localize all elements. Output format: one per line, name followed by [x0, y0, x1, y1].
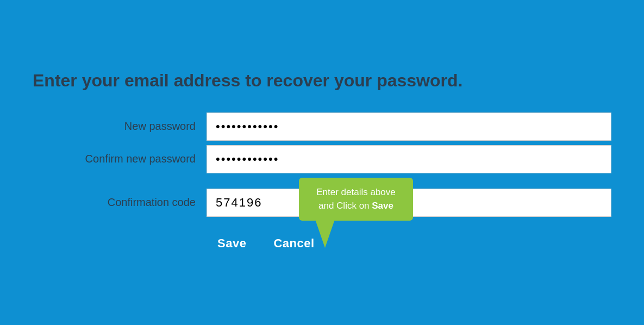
tooltip-text-line2: and Click on: [318, 201, 372, 211]
save-button[interactable]: Save: [207, 232, 257, 255]
save-cancel-group: Save Cancel: [207, 232, 326, 255]
page-title: Enter your email address to recover your…: [33, 71, 611, 91]
tooltip-text-line1: Enter details above: [316, 187, 396, 197]
new-password-input[interactable]: [207, 112, 611, 141]
confirm-password-input[interactable]: [207, 145, 611, 173]
form-area: New password Confirm new password Confir…: [33, 112, 611, 255]
tooltip-bubble: Enter details above and Click on Save: [299, 178, 413, 221]
tooltip-text-bold: Save: [372, 201, 393, 211]
new-password-label: New password: [33, 120, 207, 133]
confirmation-code-label: Confirmation code: [33, 196, 207, 209]
buttons-area: Save Cancel Enter details above and Clic…: [33, 232, 611, 255]
main-container: Enter your email address to recover your…: [0, 49, 644, 277]
confirm-password-row: Confirm new password: [33, 145, 611, 173]
new-password-row: New password: [33, 112, 611, 141]
tooltip-container: Enter details above and Click on Save: [299, 178, 413, 221]
confirm-password-label: Confirm new password: [33, 153, 207, 165]
